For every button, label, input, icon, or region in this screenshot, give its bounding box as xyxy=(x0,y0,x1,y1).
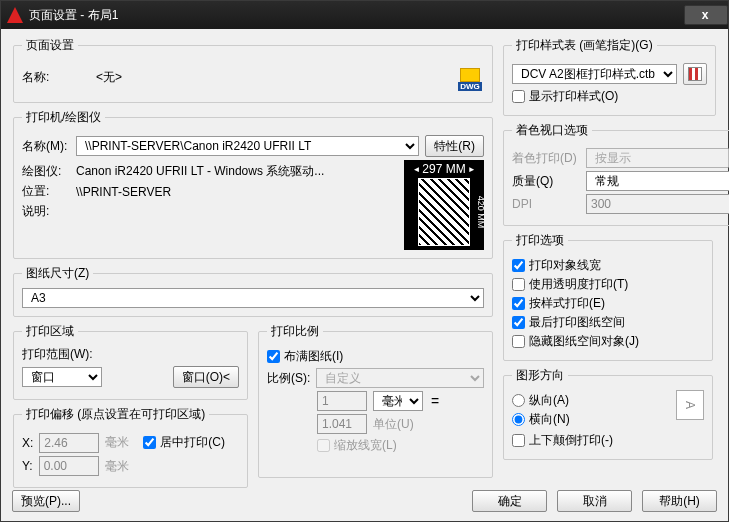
printer-properties-button[interactable]: 特性(R) xyxy=(425,135,484,157)
plot-style-legend: 打印样式表 (画笔指定)(G) xyxy=(512,37,657,54)
paper-size-select[interactable]: A3 xyxy=(22,288,484,308)
cancel-button[interactable]: 取消 xyxy=(557,490,632,512)
close-button[interactable]: x xyxy=(684,5,728,25)
dwg-icon: DWG xyxy=(456,63,484,91)
dialog-content: 页面设置 名称: <无> DWG 打印机/绘图仪 名称(M): \\PRINT-… xyxy=(1,29,728,502)
app-icon xyxy=(7,7,23,23)
landscape-radio[interactable]: 横向(N) xyxy=(512,411,668,428)
paper-preview: ◄297 MM► 420 MM xyxy=(404,160,484,250)
print-range-select[interactable]: 窗口 xyxy=(22,367,102,387)
page-settings-group: 页面设置 名称: <无> DWG xyxy=(13,37,493,103)
orientation-group: 图形方向 纵向(A) 横向(N) A 上下颠倒打印(-) xyxy=(503,367,713,460)
print-area-group: 打印区域 打印范围(W): 窗口 窗口(O)< xyxy=(13,323,248,400)
scale-mm-input[interactable] xyxy=(317,391,367,411)
printer-name-label: 名称(M): xyxy=(22,138,70,155)
offset-y-unit: 毫米 xyxy=(105,458,129,475)
help-button[interactable]: 帮助(H) xyxy=(642,490,717,512)
dpi-input[interactable] xyxy=(586,194,729,214)
print-area-legend: 打印区域 xyxy=(22,323,78,340)
show-plot-styles-checkbox[interactable]: 显示打印样式(O) xyxy=(512,88,707,105)
printer-select[interactable]: \\PRINT-SERVER\Canon iR2420 UFRII LT xyxy=(76,136,419,156)
scale-unit-select[interactable]: 毫米 xyxy=(373,391,423,411)
portrait-radio[interactable]: 纵向(A) xyxy=(512,392,668,409)
offset-y-label: Y: xyxy=(22,459,33,473)
print-range-label: 打印范围(W): xyxy=(22,346,239,363)
print-scale-group: 打印比例 布满图纸(I) 比例(S): 自定义 毫米 xyxy=(258,323,493,478)
hide-paperspace-checkbox[interactable]: 隐藏图纸空间对象(J) xyxy=(512,333,704,350)
equals-sign: = xyxy=(429,393,441,409)
plot-style-edit-button[interactable] xyxy=(683,63,707,85)
page-name-value: <无> xyxy=(96,69,122,86)
plot-style-group: 打印样式表 (画笔指定)(G) DCV A2图框打印样式.ctb 显示打印样式(… xyxy=(503,37,716,116)
quality-select[interactable]: 常规 xyxy=(586,171,729,191)
location-label: 位置: xyxy=(22,183,70,200)
orientation-legend: 图形方向 xyxy=(512,367,568,384)
scale-select[interactable]: 自定义 xyxy=(316,368,484,388)
scale-label: 比例(S): xyxy=(267,370,310,387)
plotter-value: Canon iR2420 UFRII LT - Windows 系统驱动... xyxy=(76,163,324,180)
scale-unit-input[interactable] xyxy=(317,414,367,434)
printer-group: 打印机/绘图仪 名称(M): \\PRINT-SERVER\Canon iR24… xyxy=(13,109,493,259)
upside-down-checkbox[interactable]: 上下颠倒打印(-) xyxy=(512,432,704,449)
titlebar[interactable]: 页面设置 - 布局1 x xyxy=(1,1,728,29)
plotter-label: 绘图仪: xyxy=(22,163,70,180)
description-label: 说明: xyxy=(22,203,70,220)
offset-y-input[interactable] xyxy=(39,456,99,476)
shaded-viewport-legend: 着色视口选项 xyxy=(512,122,592,139)
offset-x-label: X: xyxy=(22,436,33,450)
fit-paper-checkbox[interactable]: 布满图纸(I) xyxy=(267,348,484,365)
print-scale-legend: 打印比例 xyxy=(267,323,323,340)
printer-legend: 打印机/绘图仪 xyxy=(22,109,105,126)
plot-lineweights-checkbox[interactable]: 打印对象线宽 xyxy=(512,257,704,274)
ok-button[interactable]: 确定 xyxy=(472,490,547,512)
plot-style-select[interactable]: DCV A2图框打印样式.ctb xyxy=(512,64,677,84)
scale-unit-label: 单位(U) xyxy=(373,416,414,433)
plot-paperspace-last-checkbox[interactable]: 最后打印图纸空间 xyxy=(512,314,704,331)
shaded-viewport-group: 着色视口选项 着色打印(D) 按显示 质量(Q) 常规 DPI xyxy=(503,122,729,226)
dialog-footer: 预览(P)... 确定 取消 帮助(H) xyxy=(12,490,717,512)
plot-transparency-checkbox[interactable]: 使用透明度打印(T) xyxy=(512,276,704,293)
window-pick-button[interactable]: 窗口(O)< xyxy=(173,366,239,388)
page-settings-legend: 页面设置 xyxy=(22,37,78,54)
table-icon xyxy=(688,67,702,81)
plot-by-style-checkbox[interactable]: 按样式打印(E) xyxy=(512,295,704,312)
print-offset-legend: 打印偏移 (原点设置在可打印区域) xyxy=(22,406,209,423)
paper-size-legend: 图纸尺寸(Z) xyxy=(22,265,93,282)
offset-x-unit: 毫米 xyxy=(105,434,129,451)
paper-size-group: 图纸尺寸(Z) A3 xyxy=(13,265,493,317)
offset-x-input[interactable] xyxy=(39,433,99,453)
orientation-icon: A xyxy=(676,390,704,420)
dpi-label: DPI xyxy=(512,197,580,211)
plot-options-group: 打印选项 打印对象线宽 使用透明度打印(T) 按样式打印(E) 最后打印图纸空间… xyxy=(503,232,713,361)
quality-label: 质量(Q) xyxy=(512,173,580,190)
plot-options-legend: 打印选项 xyxy=(512,232,568,249)
center-print-checkbox[interactable]: 居中打印(C) xyxy=(143,434,225,451)
shade-plot-label: 着色打印(D) xyxy=(512,150,580,167)
page-setup-dialog: 页面设置 - 布局1 x 页面设置 名称: <无> DWG 打印机/绘图仪 xyxy=(0,0,729,522)
window-title: 页面设置 - 布局1 xyxy=(29,7,684,24)
shade-plot-select[interactable]: 按显示 xyxy=(586,148,729,168)
location-value: \\PRINT-SERVER xyxy=(76,185,171,199)
print-offset-group: 打印偏移 (原点设置在可打印区域) X: 毫米 居中打印(C) Y: xyxy=(13,406,248,488)
page-name-label: 名称: xyxy=(22,69,70,86)
preview-button[interactable]: 预览(P)... xyxy=(12,490,80,512)
scale-lineweight-checkbox[interactable]: 缩放线宽(L) xyxy=(317,437,484,454)
